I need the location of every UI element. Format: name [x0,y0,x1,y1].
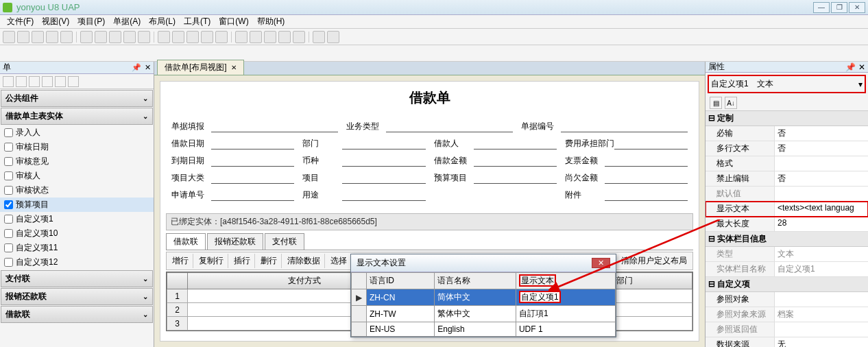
checkbox[interactable] [4,229,13,238]
doc-tab[interactable]: 借款单[布局视图]✕ [157,60,244,75]
accordion-item[interactable]: 审核状态 [0,183,154,198]
pin-icon[interactable]: 📌 [132,63,141,72]
action-button[interactable]: 删行 [256,254,282,268]
sub-tab[interactable]: 报销还款联 [207,233,263,250]
tool-icon[interactable] [16,76,27,87]
toolbar-button[interactable] [17,31,29,43]
prop-row[interactable]: 数据来源无 [706,337,868,347]
dialog-row[interactable]: ▶ZH-CN简体中文自定义项1 [352,289,616,306]
field-input[interactable] [605,156,688,167]
checkbox[interactable] [4,171,13,180]
dialog-column-header[interactable]: 显示文本 [516,273,615,289]
prop-value[interactable]: <texts><text languag [774,202,868,216]
menu-item[interactable]: 项目(P) [73,16,109,27]
close-tab-icon[interactable]: ✕ [231,64,237,71]
menu-item[interactable]: 视图(V) [38,16,73,27]
toolbar-button[interactable] [186,31,199,43]
prop-value[interactable] [774,156,868,171]
prop-value[interactable]: 否 [774,141,868,156]
close-icon[interactable]: ✕ [145,63,151,72]
field-input[interactable] [474,173,557,184]
close-button[interactable]: ✕ [849,2,865,13]
menu-item[interactable]: 工具(T) [180,16,215,27]
sub-tab[interactable]: 借款联 [166,233,206,250]
toolbar-button[interactable] [313,31,325,43]
action-button[interactable]: 增行 [168,254,193,268]
dialog-row[interactable]: ZH-TW繁体中文自訂項1 [352,306,616,322]
toolbar-button[interactable] [60,31,73,43]
checkbox[interactable] [4,258,13,267]
tool-icon[interactable] [42,76,53,87]
field-input[interactable] [474,139,557,149]
prop-value[interactable]: 自定义项1 [774,262,868,276]
checkbox[interactable] [4,243,13,252]
prop-row[interactable]: 参照返回值 [706,322,868,337]
toolbar-button[interactable] [235,31,248,43]
field-input[interactable] [474,156,557,167]
close-icon[interactable]: ✕ [858,62,865,72]
pin-icon[interactable]: 📌 [845,62,856,72]
checkbox[interactable] [4,215,13,224]
toolbar-button[interactable] [80,31,93,43]
field-input[interactable] [605,173,688,184]
prop-row[interactable]: 默认值 [706,187,868,202]
toolbar-button[interactable] [327,31,339,43]
prop-value[interactable] [774,187,868,201]
accordion-header[interactable]: 报销还款联 [1,288,153,305]
accordion-header[interactable]: 借款单主表实体 [1,108,153,125]
prop-row[interactable]: 格式 [706,156,868,171]
toolbar-button[interactable] [172,31,184,43]
accordion-item[interactable]: 录入人 [0,125,154,140]
accordion-item[interactable]: 审核人 [0,169,154,183]
menu-item[interactable]: 布局(L) [145,16,180,27]
action-button[interactable]: 复制行 [195,254,228,268]
field-input[interactable] [211,139,294,149]
prop-value[interactable]: 无 [774,337,868,347]
toolbar-button[interactable] [293,31,305,43]
dialog-column-header[interactable]: 语言ID [367,273,435,289]
toolbar-button[interactable] [3,31,15,43]
toolbar-button[interactable] [138,31,150,43]
field-input[interactable] [386,121,513,132]
sub-tab[interactable]: 支付联 [265,233,304,250]
tool-icon[interactable] [55,76,66,87]
prop-section-header[interactable]: 实体栏目信息 [706,232,868,247]
menu-item[interactable]: 窗口(W) [215,16,252,27]
action-button[interactable]: 选择 [326,254,352,268]
field-input[interactable] [211,173,294,184]
prop-value[interactable]: 否 [774,171,868,186]
checkbox[interactable] [4,200,13,209]
field-input[interactable] [342,173,425,184]
field-input[interactable] [342,190,425,201]
minimize-button[interactable]: — [813,2,830,13]
menu-item[interactable]: 文件(F) [3,16,38,27]
toolbar-button[interactable] [158,31,170,43]
checkbox[interactable] [4,128,13,137]
prop-value[interactable]: 否 [774,126,868,141]
toolbar-button[interactable] [250,31,262,43]
prop-row[interactable]: 禁止编辑否 [706,171,868,187]
action-button[interactable]: 清除数据 [283,254,325,268]
menu-item[interactable]: 帮助(H) [253,16,289,27]
dialog-title-bar[interactable]: 显示文本设置 ✕ [351,254,616,272]
accordion-item[interactable]: 自定义项11 [0,241,154,255]
prop-row[interactable]: 显示文本<texts><text languag [706,202,868,217]
field-input[interactable] [342,139,425,149]
accordion-item[interactable]: 自定义项1 [0,212,154,226]
prop-row[interactable]: 参照对象 [706,292,868,307]
prop-section-header[interactable]: 自定义项 [706,277,868,292]
prop-value[interactable]: 28 [774,217,868,231]
property-object-box[interactable]: 自定义项1 文本 ▾ [708,75,866,93]
accordion-item[interactable]: 自定义项12 [0,255,154,270]
prop-row[interactable]: 类型文本 [706,247,868,262]
dialog-close-button[interactable]: ✕ [592,258,610,268]
field-input[interactable] [614,139,688,149]
toolbar-button[interactable] [201,31,213,43]
field-input[interactable] [342,156,425,167]
accordion-item[interactable]: 审核日期 [0,140,154,154]
toolbar-button[interactable] [32,31,44,43]
prop-row[interactable]: 必输否 [706,126,868,141]
field-input[interactable] [605,190,688,201]
prop-value[interactable]: 档案 [774,307,868,322]
field-input[interactable] [211,190,294,201]
